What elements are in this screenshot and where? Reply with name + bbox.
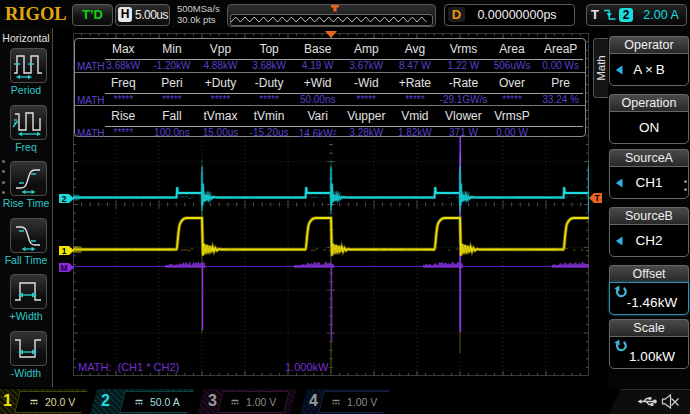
- svg-text:T: T: [594, 193, 600, 203]
- svg-text:M: M: [60, 263, 67, 272]
- svg-text:1: 1: [62, 246, 67, 255]
- svg-text:2: 2: [62, 194, 67, 203]
